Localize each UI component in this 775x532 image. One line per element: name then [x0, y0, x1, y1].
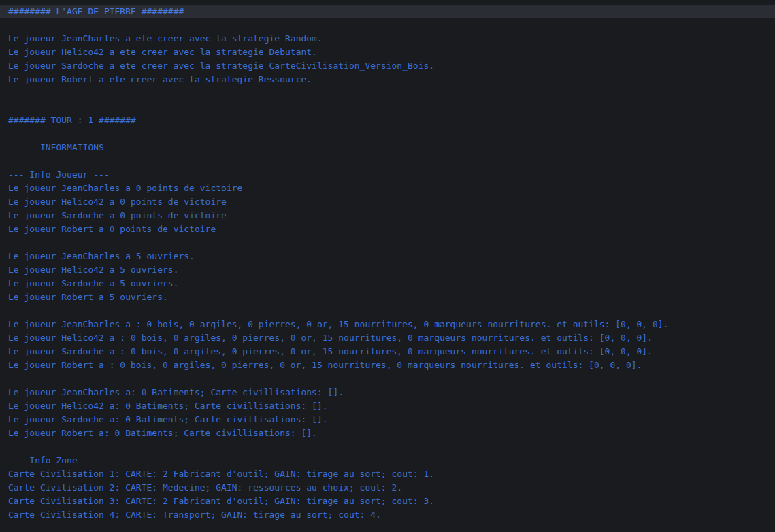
terminal-output[interactable]: ######## L'AGE DE PIERRE ######## Le jou… — [0, 0, 775, 532]
terminal-line — [0, 372, 775, 386]
terminal-line: Le joueur Sardoche a 5 ouvriers. — [0, 277, 775, 290]
terminal-line: --- Info Zone --- — [0, 454, 775, 467]
terminal-line: Carte Civilisation 4: CARTE: Transport; … — [0, 508, 775, 522]
terminal-line — [0, 154, 775, 168]
terminal-line: ----- INFORMATIONS ----- — [0, 141, 775, 154]
terminal-line — [0, 100, 775, 114]
terminal-line: --- Info Joueur --- — [0, 168, 775, 182]
terminal-line: Carte Civilisation 2: CARTE: Medecine; G… — [0, 481, 775, 495]
terminal-line: Le joueur Sardoche a : 0 bois, 0 argiles… — [0, 345, 775, 359]
terminal-line: Le joueur JeanCharles a ete creer avec l… — [0, 32, 775, 46]
terminal-line: Le joueur JeanCharles a : 0 bois, 0 argi… — [0, 318, 775, 331]
terminal-line: Le joueur Helico42 a : 0 bois, 0 argiles… — [0, 331, 775, 345]
terminal-line: Le joueur Robert a 0 points de victoire — [0, 222, 775, 236]
terminal-line: Le joueur Sardoche a 0 points de victoir… — [0, 209, 775, 222]
terminal-line — [0, 86, 775, 100]
terminal-line — [0, 127, 775, 141]
terminal-line — [0, 440, 775, 454]
terminal-line — [0, 236, 775, 250]
terminal-line — [0, 304, 775, 318]
terminal-line — [0, 18, 775, 32]
terminal-line: Le joueur Robert a: 0 Batiments; Carte c… — [0, 427, 775, 440]
terminal-line: Le joueur Sardoche a ete creer avec la s… — [0, 59, 775, 73]
terminal-line: Le joueur JeanCharles a 0 points de vict… — [0, 182, 775, 195]
terminal-line: Le joueur Robert a : 0 bois, 0 argiles, … — [0, 359, 775, 372]
terminal-line: Le joueur Helico42 a ete creer avec la s… — [0, 46, 775, 59]
terminal-line: Carte Civilisation 3: CARTE: 2 Fabricant… — [0, 495, 775, 508]
terminal-line: Le joueur Helico42 a: 0 Batiments; Carte… — [0, 399, 775, 413]
terminal-line-title: ######## L'AGE DE PIERRE ######## — [0, 5, 775, 18]
terminal-line: ####### TOUR : 1 ####### — [0, 114, 775, 127]
terminal-line: Le joueur JeanCharles a: 0 Batiments; Ca… — [0, 386, 775, 399]
terminal-line: Carte Civilisation 1: CARTE: 2 Fabricant… — [0, 467, 775, 481]
terminal-line: Le joueur Sardoche a: 0 Batiments; Carte… — [0, 413, 775, 427]
terminal-line: Le joueur Helico42 a 0 points de victoir… — [0, 195, 775, 209]
terminal-line: Le joueur Robert a 5 ouvriers. — [0, 290, 775, 304]
terminal-line: Le joueur Helico42 a 5 ouvriers. — [0, 263, 775, 277]
terminal-line: Le joueur Robert a ete creer avec la str… — [0, 73, 775, 86]
terminal-line: Le joueur JeanCharles a 5 ouvriers. — [0, 250, 775, 263]
